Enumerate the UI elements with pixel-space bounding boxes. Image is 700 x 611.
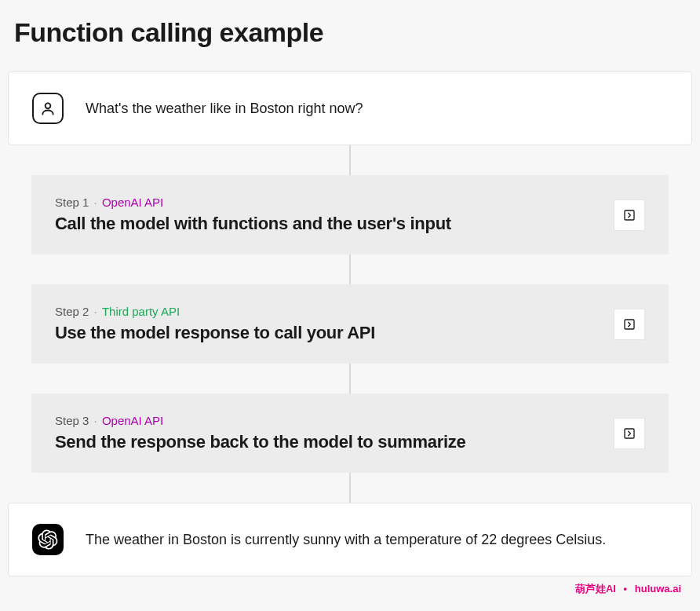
- expand-button[interactable]: [614, 309, 645, 340]
- chevron-right-box-icon: [623, 209, 636, 221]
- step-source-label: Third party API: [102, 305, 180, 318]
- watermark: 葫芦娃AI • huluwa.ai: [575, 582, 681, 596]
- watermark-left: 葫芦娃AI: [575, 583, 616, 595]
- connector-line: [349, 254, 351, 284]
- expand-button[interactable]: [614, 199, 645, 231]
- step-number-label: Step 1: [55, 196, 89, 209]
- chevron-right-box-icon: [623, 318, 636, 331]
- step-number-label: Step 3: [55, 414, 89, 427]
- user-prompt-text: What's the weather like in Boston right …: [86, 101, 363, 117]
- svg-point-0: [46, 103, 51, 108]
- connector-line: [349, 364, 351, 393]
- step-title: Call the model with functions and the us…: [55, 214, 598, 234]
- openai-logo-icon: [32, 524, 64, 555]
- step-card-1: Step 1 · OpenAI API Call the model with …: [31, 175, 669, 254]
- svg-rect-1: [625, 210, 634, 220]
- separator-dot: ·: [94, 196, 97, 209]
- user-prompt-card: What's the weather like in Boston right …: [8, 71, 692, 145]
- user-icon: [32, 93, 64, 124]
- watermark-right: huluwa.ai: [635, 583, 681, 595]
- separator-dot: ·: [94, 414, 97, 427]
- connector-line: [349, 145, 351, 175]
- expand-button[interactable]: [614, 418, 645, 449]
- step-meta: Step 2 · Third party API: [55, 305, 598, 318]
- connector-line: [349, 473, 351, 503]
- svg-rect-3: [625, 429, 634, 438]
- assistant-response-text: The weather in Boston is currently sunny…: [86, 532, 606, 548]
- chevron-right-box-icon: [623, 427, 636, 440]
- step-card-3: Step 3 · OpenAI API Send the response ba…: [31, 393, 669, 473]
- step-card-2: Step 2 · Third party API Use the model r…: [31, 284, 669, 364]
- page-title: Function calling example: [14, 17, 692, 48]
- separator-dot: ·: [94, 305, 97, 318]
- assistant-response-card: The weather in Boston is currently sunny…: [8, 503, 692, 576]
- step-source-label: OpenAI API: [102, 196, 163, 209]
- step-meta: Step 1 · OpenAI API: [55, 196, 598, 209]
- step-title: Send the response back to the model to s…: [55, 432, 598, 452]
- step-source-label: OpenAI API: [102, 414, 163, 427]
- step-title: Use the model response to call your API: [55, 323, 598, 343]
- step-number-label: Step 2: [55, 305, 89, 318]
- svg-rect-2: [625, 320, 634, 329]
- step-meta: Step 3 · OpenAI API: [55, 414, 598, 427]
- watermark-dot: •: [624, 583, 628, 595]
